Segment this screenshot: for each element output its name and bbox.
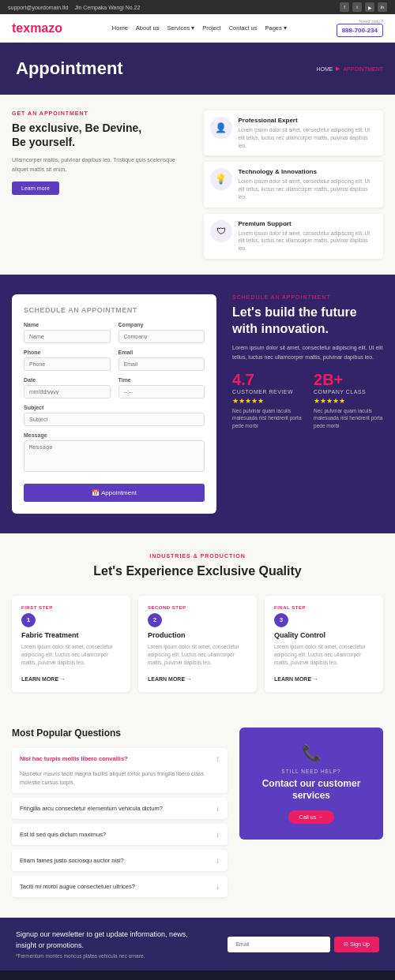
name-label: Name: [24, 322, 111, 327]
appointment-right: SCHEDULE AN APPOINTMENT Let's build the …: [232, 294, 383, 430]
industry-card-2: SECOND STEP 2 Production Lorem ipsum dol…: [138, 596, 257, 692]
stat1-number: 4.7: [232, 371, 302, 389]
date-label: Date: [24, 377, 111, 383]
stat2-label: COMPANY CLASS: [314, 389, 383, 395]
faq-item-1: Nisl hac turpis mollis libero convallis?…: [12, 748, 228, 793]
faq-answer-1: Nascetur mauris taciti magna facilisi al…: [12, 769, 228, 793]
faq-chevron-3: ↓: [216, 830, 220, 839]
features-desc: Ullamcorper mattis, pulvinar dapibus leo…: [12, 155, 192, 173]
appt-right-heading: Let's build the future with innovation.: [232, 305, 383, 338]
contact-tag: STILL NEED HELP?: [251, 769, 371, 774]
date-input[interactable]: [24, 385, 111, 398]
appt-right-tag: SCHEDULE AN APPOINTMENT: [232, 294, 383, 300]
twitter-icon[interactable]: t: [352, 2, 362, 12]
nav-phone-container: Need help? 888-700-234: [337, 19, 383, 37]
stat-class: 2B+ COMPANY CLASS ★★★★★ Nec pulvinar qua…: [314, 371, 383, 430]
subject-input[interactable]: [24, 413, 205, 426]
faq-question-5[interactable]: Taciti mi morbi augue consectetuer ultri…: [12, 876, 228, 897]
company-input[interactable]: [118, 330, 205, 343]
phone-icon: 📞: [251, 743, 371, 762]
feature-card-expert: 👤 Professional Expert Lorem ipsum dolor …: [204, 110, 384, 155]
faq-title: Most Popular Questions: [12, 728, 228, 739]
message-textarea[interactable]: [24, 440, 205, 472]
faq-question-2[interactable]: Fringilla arcu consectetur elementum veh…: [12, 798, 228, 819]
time-label: Time: [118, 377, 205, 383]
email-input[interactable]: [118, 357, 205, 371]
stat1-stars: ★★★★★: [232, 397, 302, 405]
facebook-icon[interactable]: f: [340, 2, 349, 12]
email-label: Email: [118, 350, 205, 355]
faq-question-1[interactable]: Nisl hac turpis mollis libero convallis?…: [12, 748, 228, 769]
newsletter-text: Signup our newsletter to get update info…: [16, 930, 192, 959]
support-title: Premium Support: [239, 220, 378, 227]
stat2-desc: Nec pulvinar quam iaculis malesuada nisl…: [314, 407, 383, 430]
message-label: Message: [24, 432, 205, 438]
tech-icon: 💡: [210, 168, 232, 190]
nav-project[interactable]: Project: [202, 24, 220, 32]
nav-contact[interactable]: Contact us: [229, 24, 258, 32]
industry-cards: FIRST STEP 1 Fabric Treatment Lorem ipsu…: [12, 596, 383, 692]
step1-badge: FIRST STEP: [21, 605, 121, 610]
top-bar: support@yourdomain.ltd Jln Cempaka Wangi…: [0, 0, 395, 14]
breadcrumb-current: APPOINTMENT: [343, 66, 383, 72]
logo-main: tex: [12, 21, 30, 35]
breadcrumb: HOME ▶ APPOINTMENT: [316, 65, 383, 72]
appointment-section: SCHEDULE AN APPOINTMENT Name Company Pho…: [0, 275, 395, 533]
industry1-title: Fabric Treatment: [21, 631, 121, 639]
newsletter-main-text: Signup our newsletter to get update info…: [16, 930, 192, 951]
faq-question-4[interactable]: Etiam fames justo sociosqu auctor nisl? …: [12, 850, 228, 871]
nav-home[interactable]: Home: [112, 24, 128, 32]
faq-right: 📞 STILL NEED HELP? Contact our customer …: [239, 728, 383, 902]
faq-item-2: Fringilla arcu consectetur elementum veh…: [12, 798, 228, 819]
industry3-link[interactable]: LEARN MORE →: [274, 676, 318, 682]
stat2-stars: ★★★★★: [314, 397, 383, 405]
youtube-icon[interactable]: ▶: [365, 2, 374, 12]
faq-question-3[interactable]: Est id sed quis dictum maximus? ↓: [12, 824, 228, 845]
nav-links: Home About us Services ▾ Project Contact…: [112, 24, 287, 32]
feature-card-tech: 💡 Technology & Innovations Lorem ipsum d…: [204, 162, 384, 207]
step2-badge: SECOND STEP: [148, 605, 247, 610]
contact-card: 📞 STILL NEED HELP? Contact our customer …: [239, 728, 383, 840]
faq-item-4: Etiam fames justo sociosqu auctor nisl? …: [12, 850, 228, 871]
industries-tag: INDUSTRIES & PRODUCTION: [12, 553, 383, 559]
faq-chevron-4: ↓: [216, 856, 220, 865]
newsletter-email-input[interactable]: [228, 937, 330, 952]
support-desc: Lorem ipsum dolor sit amet, consectetur …: [239, 230, 378, 252]
industry3-title: Quality Control: [274, 631, 374, 639]
subject-label: Subject: [24, 405, 205, 410]
industry-card-1: FIRST STEP 1 Fabric Treatment Lorem ipsu…: [12, 596, 130, 692]
tech-desc: Lorem ipsum dolor sit amet, consectetur …: [239, 178, 378, 200]
industry1-link[interactable]: LEARN MORE →: [21, 676, 66, 682]
navbar: texmazo Home About us Services ▾ Project…: [0, 14, 395, 43]
industry2-link[interactable]: LEARN MORE →: [148, 676, 192, 682]
hero-banner: Appointment HOME ▶ APPOINTMENT: [0, 43, 395, 95]
time-input[interactable]: [118, 385, 205, 398]
features-right: 👤 Professional Expert Lorem ipsum dolor …: [204, 110, 384, 259]
appointment-submit-button[interactable]: 📅 Appointment: [24, 484, 205, 502]
faq-left: Most Popular Questions Nisl hac turpis m…: [12, 728, 228, 902]
nav-about[interactable]: About us: [136, 24, 160, 32]
breadcrumb-sep: ▶: [336, 65, 340, 72]
features-heading: Be exclusive, Be Devine, Be yourself.: [12, 121, 192, 149]
feature-card-support: 🛡 Premium Support Lorem ipsum dolor sit …: [204, 214, 384, 259]
expert-desc: Lorem ipsum dolor sit amet, consectetur …: [239, 126, 378, 149]
top-bar-left: support@yourdomain.ltd Jln Cempaka Wangi…: [8, 5, 140, 10]
stat-review: 4.7 CUSTOMER REVIEW ★★★★★ Nec pulvinar q…: [232, 371, 302, 430]
phone-number: 888-700-234: [337, 24, 383, 37]
nav-services[interactable]: Services ▾: [167, 24, 194, 32]
site-logo: texmazo: [12, 21, 62, 36]
name-input[interactable]: [24, 330, 111, 343]
social-icons: f t ▶ in: [340, 2, 387, 12]
nav-pages[interactable]: Pages ▾: [265, 24, 286, 32]
faq-chevron-5: ↓: [216, 882, 220, 891]
top-email: support@yourdomain.ltd: [8, 5, 68, 10]
phone-input[interactable]: [24, 357, 111, 371]
linkedin-icon[interactable]: in: [378, 2, 387, 12]
step3-num: 3: [274, 613, 288, 627]
signup-button[interactable]: ✉ Sign Up: [334, 937, 379, 952]
learn-more-button[interactable]: Learn more: [12, 181, 59, 195]
faq-section: Most Popular Questions Nisl hac turpis m…: [0, 712, 395, 918]
breadcrumb-home: HOME: [316, 66, 333, 72]
company-label: Company: [118, 322, 205, 327]
call-us-button[interactable]: Call us →: [288, 810, 334, 824]
